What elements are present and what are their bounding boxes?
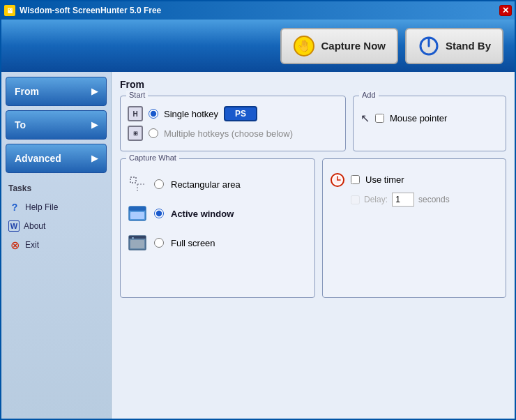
advanced-label: Advanced (15, 153, 61, 164)
content-area: From ▶ To ▶ Advanced ▶ Tasks ? Help File… (1, 72, 515, 419)
sidebar-item-to[interactable]: To ▶ (6, 110, 107, 140)
tasks-section: Tasks ? Help File W About ⊗ Exit (1, 183, 111, 255)
delay-input[interactable] (392, 193, 414, 207)
title-bar-left: 🖥 Wisdom-soft ScreenHunter 5.0 Free (4, 5, 161, 16)
rectangular-icon (128, 174, 147, 194)
sidebar-item-advanced[interactable]: Advanced ▶ (6, 144, 107, 173)
rectangular-label: Rectangular area (171, 179, 241, 190)
use-timer-label: Use timer (365, 174, 404, 185)
mouse-pointer-row: ↖ Mouse pointer (361, 112, 499, 125)
multiple-hotkeys-row: ⊞ Multiple hotkeys (choose below) (128, 126, 338, 141)
stand-by-button[interactable]: Stand By (405, 28, 503, 64)
tasks-item-about[interactable]: W About (6, 217, 107, 235)
capture-rectangular: Rectangular area (128, 174, 308, 194)
full-screen-radio[interactable] (154, 238, 164, 248)
svg-rect-9 (130, 212, 144, 219)
stand-by-label: Stand By (446, 40, 491, 52)
main-panel: From Start H Single hotkey PS ⊞ Multip (112, 72, 515, 419)
multiple-hotkeys-label: Multiple hotkeys (choose below) (164, 128, 293, 139)
from-arrow: ▶ (91, 87, 98, 96)
svg-rect-12 (130, 240, 144, 248)
window-title: Wisdom-soft ScreenHunter 5.0 Free (20, 6, 161, 15)
capture-active-window: Active window (128, 204, 308, 223)
svg-rect-11 (129, 236, 146, 239)
start-group-label: Start (126, 91, 148, 99)
from-label: From (15, 86, 39, 97)
rectangular-radio[interactable] (154, 179, 164, 189)
multiple-hotkeys-radio[interactable] (149, 128, 158, 138)
sidebar: From ▶ To ▶ Advanced ▶ Tasks ? Help File… (1, 72, 112, 419)
mouse-pointer-label: Mouse pointer (390, 113, 447, 123)
help-icon: ? (8, 201, 21, 213)
sidebar-item-from[interactable]: From ▶ (6, 77, 107, 106)
about-label: About (24, 221, 45, 231)
full-screen-label: Full screen (171, 238, 215, 248)
svg-text:🤚: 🤚 (297, 39, 311, 52)
active-window-icon (128, 204, 147, 223)
active-window-label: Active window (171, 209, 234, 219)
tasks-item-help[interactable]: ? Help File (6, 197, 107, 217)
seconds-label: seconds (418, 195, 450, 204)
capture-icon: 🤚 (293, 35, 315, 57)
hotkey-value-badge: PS (224, 106, 257, 121)
capture-full-screen: Full screen (128, 233, 308, 253)
top-panels-row: Start H Single hotkey PS ⊞ Multiple hotk… (120, 96, 506, 151)
single-hotkey-label: Single hotkey (164, 109, 218, 119)
full-screen-icon (128, 233, 147, 253)
tasks-item-exit[interactable]: ⊗ Exit (6, 235, 107, 255)
start-group: Start H Single hotkey PS ⊞ Multiple hotk… (120, 96, 346, 151)
exit-label: Exit (25, 240, 39, 250)
title-bar: 🖥 Wisdom-soft ScreenHunter 5.0 Free ✕ (1, 1, 515, 20)
capture-group-label: Capture What (126, 153, 179, 162)
capture-now-label: Capture Now (321, 40, 386, 52)
delay-label: Delay: (364, 195, 388, 204)
toolbar: 🤚 Capture Now Stand By (1, 20, 515, 72)
hotkey-h-icon: H (128, 106, 143, 121)
mouse-pointer-checkbox[interactable] (375, 114, 384, 123)
delay-row: Delay: seconds (330, 193, 499, 207)
timer-group: Use timer Delay: seconds (322, 158, 506, 298)
cursor-icon: ↖ (361, 112, 370, 125)
to-label: To (15, 119, 26, 130)
delay-checkbox (351, 195, 360, 204)
svg-rect-8 (129, 207, 146, 211)
help-label: Help File (25, 202, 58, 212)
timer-icon (330, 172, 345, 187)
capture-what-group: Capture What Rectangular area (120, 158, 315, 298)
to-arrow: ▶ (91, 120, 98, 130)
tasks-header: Tasks (6, 183, 107, 193)
main-window: 🖥 Wisdom-soft ScreenHunter 5.0 Free ✕ 🤚 … (0, 0, 516, 420)
use-timer-checkbox[interactable] (351, 175, 360, 184)
panel-title: From (120, 79, 506, 90)
about-icon: W (8, 220, 20, 232)
svg-rect-13 (132, 237, 134, 239)
power-icon (418, 35, 440, 57)
timer-row: Use timer (330, 172, 499, 187)
app-icon: 🖥 (4, 5, 15, 16)
single-hotkey-radio[interactable] (149, 109, 158, 119)
add-group-label: Add (359, 91, 379, 99)
active-window-radio[interactable] (154, 209, 164, 218)
bottom-panels-row: Capture What Rectangular area (120, 158, 506, 298)
svg-rect-4 (130, 177, 136, 183)
single-hotkey-row: H Single hotkey PS (128, 106, 338, 121)
add-group: Add ↖ Mouse pointer (353, 96, 506, 151)
capture-now-button[interactable]: 🤚 Capture Now (280, 28, 398, 64)
close-button[interactable]: ✕ (499, 5, 512, 16)
advanced-arrow: ▶ (91, 153, 98, 163)
hotkey-m-icon: ⊞ (128, 126, 143, 141)
exit-icon: ⊗ (8, 239, 21, 251)
